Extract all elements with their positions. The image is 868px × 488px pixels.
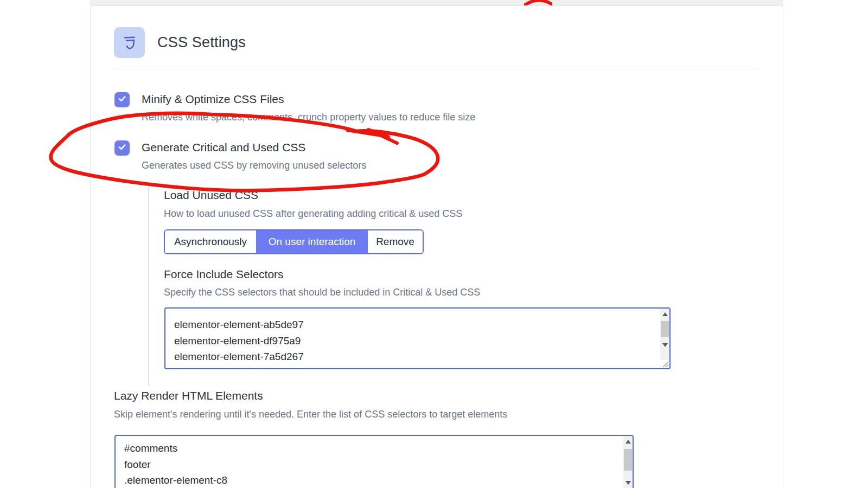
load-unused-css-segmented-control: Asynchronously On user interaction Remov…	[164, 229, 424, 254]
option-remove[interactable]: Remove	[368, 230, 423, 253]
minify-css-label[interactable]: Minify & Optimize CSS Files	[142, 93, 284, 106]
checkmark-icon	[117, 142, 127, 154]
scrollbar-thumb[interactable]	[624, 449, 632, 471]
scroll-up-icon[interactable]	[660, 310, 669, 319]
lazy-render-value: #comments footer .elementor-element-c8	[124, 436, 620, 488]
generate-critical-css-label[interactable]: Generate Critical and Used CSS	[142, 141, 305, 154]
scrollbar-thumb[interactable]	[661, 321, 669, 337]
force-include-selectors-textarea[interactable]: elementor-element-ab5de97 elementor-elem…	[164, 307, 671, 369]
scrollbar-track[interactable]	[660, 309, 669, 360]
load-unused-css-title: Load Unused CSS	[164, 189, 258, 202]
force-include-selectors-value: elementor-element-ab5de97 elementor-elem…	[174, 309, 656, 368]
minify-css-description: Removes white spaces, comments, crunch p…	[142, 112, 475, 123]
indent-guide-line	[148, 187, 149, 386]
scroll-down-icon[interactable]	[660, 341, 669, 350]
option-asynchronously[interactable]: Asynchronously	[165, 230, 256, 253]
page-background-strip	[90, 0, 783, 5]
resize-grip-icon[interactable]	[661, 360, 669, 368]
scroll-up-icon[interactable]	[623, 437, 633, 446]
option-on-user-interaction[interactable]: On user interaction	[256, 230, 368, 253]
generate-critical-css-checkbox[interactable]	[114, 140, 130, 156]
scrollbar-track[interactable]	[623, 436, 633, 488]
load-unused-css-description: How to load unused CSS after generating …	[164, 208, 462, 220]
lazy-render-title: Lazy Render HTML Elements	[114, 389, 263, 402]
generate-critical-css-description: Generates used CSS by removing unused se…	[142, 160, 366, 171]
lazy-render-description: Skip element's rendering until it's need…	[114, 409, 507, 420]
header-divider	[114, 69, 758, 69]
minify-css-checkbox[interactable]	[114, 92, 130, 107]
force-include-selectors-title: Force Include Selectors	[164, 268, 284, 281]
css3-shield-icon	[114, 27, 145, 58]
lazy-render-textarea[interactable]: #comments footer .elementor-element-c8	[114, 435, 634, 488]
page-title: CSS Settings	[157, 34, 246, 51]
force-include-selectors-description: Specify the CSS selectors that should be…	[164, 287, 480, 298]
scroll-down-icon[interactable]	[623, 478, 633, 487]
checkmark-icon	[117, 94, 127, 106]
